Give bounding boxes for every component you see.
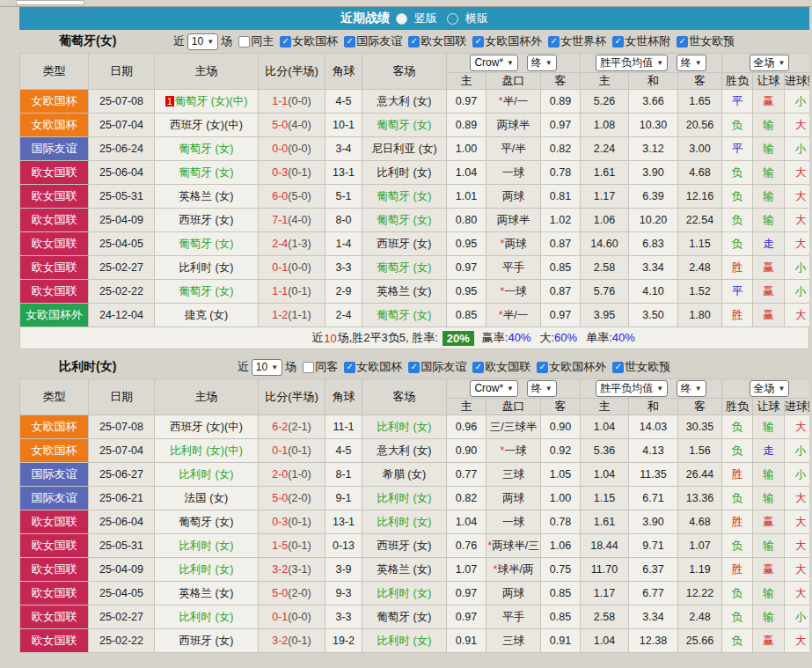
final-avg-select[interactable]: 终▼ — [677, 55, 706, 71]
match-row: 女欧国杯25-07-04比利时 (女)(中)0-1(0-1)4-5意大利 (女)… — [20, 439, 810, 463]
avg-draw-cell: 11.35 — [629, 463, 678, 487]
corner-cell: 10-1 — [326, 114, 362, 137]
col-goals-header: 进球数 — [785, 73, 810, 90]
date-cell: 25-07-04 — [89, 439, 155, 463]
col-corner-header: 角球 — [326, 379, 362, 415]
corner-cell: 5-1 — [326, 185, 362, 209]
league-checkbox[interactable]: ✓ — [408, 362, 420, 373]
avg-odds-select[interactable]: 胜平负均值▼ — [596, 55, 668, 71]
result-cell: 负 — [722, 232, 753, 256]
avg-away-cell: 1.52 — [678, 280, 722, 304]
final-odds-select[interactable]: 终▼ — [527, 380, 557, 397]
away-team-name: 意大利 (女) — [377, 95, 432, 107]
away-team-name: 比利时 (女) — [377, 635, 432, 647]
matches-label: 场 — [221, 33, 232, 49]
avg-draw-cell: 3.34 — [629, 256, 678, 280]
league-checkbox[interactable]: ✓ — [612, 362, 624, 373]
fulltime-score: 5-0 — [272, 587, 288, 599]
away-team-name: 葡萄牙 (女) — [377, 611, 432, 623]
league-checkbox[interactable]: ✓ — [408, 36, 420, 48]
home-team-cell: 比利时 (女) — [155, 463, 259, 487]
same-venue-checkbox[interactable] — [238, 36, 250, 48]
section-header-portugal: 葡萄牙(女) 近10▼场同主✓女欧国杯✓国际友谊✓欧女国联✓女欧国杯外✓女世界杯… — [19, 30, 809, 53]
away-team-cell: 葡萄牙 (女) — [362, 114, 447, 137]
away-odds-cell: 0.81 — [541, 185, 581, 209]
home-team-name: 英格兰 (女) — [179, 587, 234, 599]
avg-home-cell: 2.24 — [581, 137, 629, 161]
home-team-cell: 葡萄牙 (女) — [155, 137, 259, 161]
match-type-cell: 女欧国杯 — [20, 439, 89, 463]
home-team-name: 法国 (女) — [185, 492, 228, 504]
final-odds-select[interactable]: 终▼ — [527, 55, 557, 71]
league-checkbox[interactable]: ✓ — [472, 36, 484, 48]
home-odds-cell: 0.96 — [447, 415, 486, 439]
result-cell: 胜 — [722, 256, 753, 280]
fulltime-score: 7-1 — [272, 214, 288, 226]
avg-away-cell: 1.80 — [678, 304, 722, 327]
date-cell: 24-12-04 — [89, 304, 155, 327]
handicap-result-cell: 赢 — [753, 510, 785, 534]
result-cell: 胜 — [722, 510, 753, 534]
home-odds-cell: 1.00 — [447, 137, 486, 161]
league-checkbox[interactable]: ✓ — [344, 36, 355, 48]
horizontal-layout-radio[interactable] — [447, 13, 458, 25]
match-type-cell: 欧女国联 — [20, 280, 89, 304]
home-odds-cell: 0.89 — [447, 114, 486, 137]
halftime-score: (0-1) — [288, 444, 311, 457]
league-checkbox[interactable]: ✓ — [548, 36, 560, 48]
home-odds-cell: 0.76 — [447, 534, 486, 558]
date-cell: 25-07-08 — [89, 415, 155, 439]
fulltime-select[interactable]: 全场▼ — [750, 380, 790, 397]
match-type-cell: 欧女国联 — [20, 232, 89, 256]
vertical-layout-radio[interactable] — [396, 13, 407, 25]
avg-home-cell: 2.58 — [581, 606, 629, 629]
corner-cell: 4-5 — [326, 439, 362, 463]
league-checkbox[interactable]: ✓ — [677, 36, 688, 48]
league-checkbox[interactable]: ✓ — [612, 36, 624, 48]
fulltime-select[interactable]: 全场▼ — [750, 55, 790, 71]
away-team-name: 西班牙 (女) — [377, 540, 432, 552]
result-cell: 负 — [722, 161, 753, 185]
goals-result-cell: 大 — [785, 558, 810, 582]
corner-cell: 0-13 — [326, 534, 362, 558]
horizontal-layout-label[interactable]: 横版 — [465, 11, 488, 26]
result-cell: 平 — [722, 90, 753, 114]
league-label: 女世界杯 — [560, 33, 606, 49]
away-team-cell: 英格兰 (女) — [362, 558, 447, 582]
avg-draw-cell: 6.77 — [629, 582, 678, 606]
away-team-cell: 意大利 (女) — [362, 439, 447, 463]
recent-label: 近 — [173, 33, 185, 49]
avg-home-cell: 1.17 — [581, 582, 629, 606]
away-odds-cell: 0.92 — [541, 439, 581, 463]
avg-home-cell: 1.08 — [581, 114, 629, 137]
col-avg-draw-header: 和 — [629, 73, 678, 90]
home-team-name: 葡萄牙 (女) — [179, 166, 234, 179]
rank-badge: 1 — [165, 96, 174, 106]
final-avg-select[interactable]: 终▼ — [677, 380, 706, 397]
corner-cell: 4-5 — [326, 90, 362, 114]
recent-count-select[interactable]: 10▼ — [187, 33, 218, 50]
league-checkbox[interactable]: ✓ — [280, 36, 291, 48]
away-odds-cell: 0.78 — [541, 510, 581, 534]
home-team-cell: 1葡萄牙 (女)(中) — [155, 90, 259, 114]
match-row: 欧女国联25-05-31比利时 (女)1-5(0-1)0-13西班牙 (女)0.… — [20, 534, 810, 558]
avg-draw-cell: 3.34 — [629, 606, 678, 629]
vertical-layout-label[interactable]: 竖版 — [414, 11, 437, 26]
league-checkbox[interactable]: ✓ — [537, 362, 548, 373]
avg-odds-select[interactable]: 胜平负均值▼ — [596, 380, 668, 397]
avg-home-cell: 2.58 — [581, 256, 629, 280]
recent-count-select[interactable]: 10▼ — [252, 359, 282, 376]
same-venue-checkbox[interactable] — [303, 362, 314, 373]
col-away-header: 客场 — [362, 379, 447, 415]
goals-result-cell: 大 — [785, 629, 810, 653]
away-team-name: 葡萄牙 (女) — [377, 190, 432, 202]
avg-home-cell: 3.95 — [581, 304, 629, 327]
bookmaker-select[interactable]: Crow*▼ — [470, 380, 518, 397]
fulltime-score: 1-5 — [272, 540, 288, 552]
corner-cell: 9-1 — [326, 487, 362, 510]
league-checkbox[interactable]: ✓ — [344, 362, 355, 373]
avg-draw-cell: 3.66 — [629, 90, 678, 114]
league-checkbox[interactable]: ✓ — [472, 362, 484, 373]
home-odds-cell: 0.91 — [447, 629, 486, 653]
bookmaker-select[interactable]: Crow*▼ — [470, 55, 518, 71]
